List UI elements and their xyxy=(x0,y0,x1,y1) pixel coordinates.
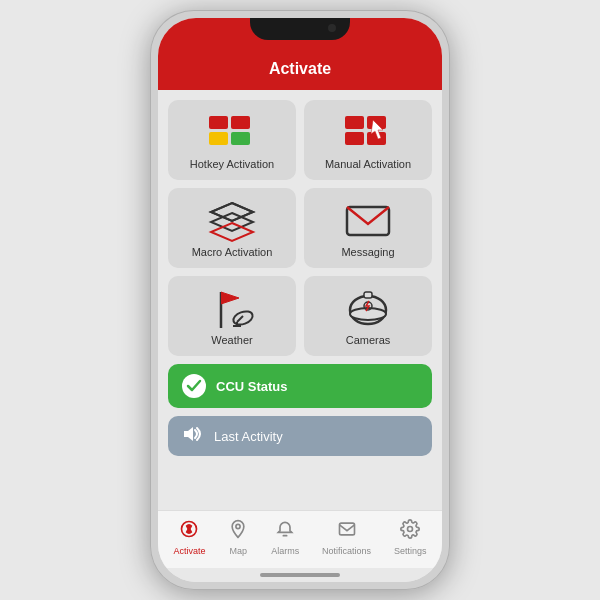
svg-rect-23 xyxy=(364,292,372,298)
grid-row-1: Hotkey Activation xyxy=(168,100,432,180)
svg-rect-0 xyxy=(209,116,228,129)
cameras-label: Cameras xyxy=(346,334,391,346)
map-nav-icon xyxy=(228,519,248,544)
svg-rect-4 xyxy=(345,116,364,129)
weather-icon xyxy=(208,290,256,328)
nav-map-label: Map xyxy=(230,546,248,556)
svg-point-26 xyxy=(236,524,240,528)
nav-activate[interactable]: Activate xyxy=(167,517,211,558)
nav-activate-label: Activate xyxy=(173,546,205,556)
weather-button[interactable]: Weather xyxy=(168,276,296,356)
svg-rect-1 xyxy=(231,116,250,129)
svg-marker-24 xyxy=(184,427,193,441)
hotkey-label: Hotkey Activation xyxy=(190,158,274,170)
messaging-label: Messaging xyxy=(341,246,394,258)
cameras-button[interactable]: Cameras xyxy=(304,276,432,356)
ccu-status-button[interactable]: CCU Status xyxy=(168,364,432,408)
notch xyxy=(250,18,350,40)
nav-alarms-label: Alarms xyxy=(271,546,299,556)
grid-row-3: Weather xyxy=(168,276,432,356)
svg-point-28 xyxy=(408,527,413,532)
weather-label: Weather xyxy=(211,334,252,346)
activity-icon xyxy=(182,426,204,446)
activity-label: Last Activity xyxy=(214,429,283,444)
nav-notifications-label: Notifications xyxy=(322,546,371,556)
manual-activation-button[interactable]: Manual Activation xyxy=(304,100,432,180)
svg-line-16 xyxy=(237,316,243,322)
svg-rect-3 xyxy=(231,132,250,145)
svg-rect-6 xyxy=(345,132,364,145)
messaging-button[interactable]: Messaging xyxy=(304,188,432,268)
manual-icon xyxy=(344,114,392,152)
svg-point-15 xyxy=(232,309,255,327)
ccu-check-icon xyxy=(182,374,206,398)
activate-nav-icon xyxy=(179,519,199,544)
header: Activate xyxy=(158,54,442,90)
cameras-icon xyxy=(344,290,392,328)
macro-icon xyxy=(208,202,256,240)
hotkey-activation-button[interactable]: Hotkey Activation xyxy=(168,100,296,180)
ccu-label: CCU Status xyxy=(216,379,288,394)
manual-label: Manual Activation xyxy=(325,158,411,170)
status-bar xyxy=(158,18,442,54)
bottom-navigation: Activate Map Alarms xyxy=(158,510,442,568)
page-title: Activate xyxy=(269,60,331,77)
hotkey-icon xyxy=(208,114,256,152)
home-bar xyxy=(260,573,340,577)
settings-nav-icon xyxy=(400,519,420,544)
macro-label: Macro Activation xyxy=(192,246,273,258)
notifications-nav-icon xyxy=(337,519,357,544)
nav-notifications[interactable]: Notifications xyxy=(316,517,377,558)
nav-settings-label: Settings xyxy=(394,546,427,556)
nav-alarms[interactable]: Alarms xyxy=(265,517,305,558)
alarms-nav-icon xyxy=(275,519,295,544)
home-indicator xyxy=(158,568,442,582)
nav-map[interactable]: Map xyxy=(222,517,254,558)
camera xyxy=(328,24,336,32)
phone-screen: Activate Hotkey Activation xyxy=(158,18,442,582)
phone-frame: Activate Hotkey Activation xyxy=(150,10,450,590)
main-content: Hotkey Activation xyxy=(158,90,442,510)
messaging-icon xyxy=(344,202,392,240)
macro-activation-button[interactable]: Macro Activation xyxy=(168,188,296,268)
nav-settings[interactable]: Settings xyxy=(388,517,433,558)
grid-row-2: Macro Activation Messaging xyxy=(168,188,432,268)
last-activity-button[interactable]: Last Activity xyxy=(168,416,432,456)
svg-rect-27 xyxy=(339,523,354,535)
svg-rect-2 xyxy=(209,132,228,145)
